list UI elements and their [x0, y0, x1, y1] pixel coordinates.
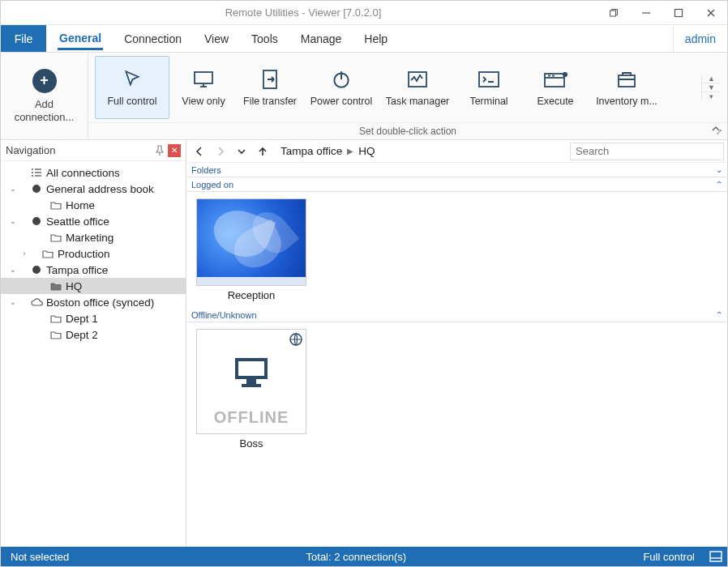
logged-on-grid: Reception [186, 192, 727, 308]
tree-production[interactable]: › Production [1, 245, 186, 262]
tree-label: Production [58, 248, 110, 260]
tree-tampa-office[interactable]: ⌄ Tampa office [1, 262, 186, 278]
add-connection-label: Add connection... [4, 98, 84, 123]
tree-dept1[interactable]: Dept 1 [1, 310, 186, 326]
close-button[interactable] [695, 1, 727, 25]
breadcrumb-seg[interactable]: HQ [358, 145, 375, 157]
section-folders[interactable]: Folders ⌄ [186, 163, 727, 177]
ribbon-scroll-down[interactable]: ▼ [702, 83, 721, 92]
connection-thumbnail: OFFLINE [196, 329, 306, 434]
tree-dept2[interactable]: Dept 2 [1, 326, 186, 343]
status-panel-button[interactable] [704, 551, 727, 562]
tab-general[interactable]: General [58, 27, 103, 50]
chevron-down-icon[interactable]: ⌄ [7, 217, 19, 225]
nav-up-button[interactable] [253, 143, 272, 160]
chevron-up-icon: ⌃ [716, 180, 722, 189]
title-bar: Remote Utilities - Viewer [7.0.2.0] [1, 1, 727, 25]
add-connection-button[interactable]: + Add connection... [1, 53, 88, 139]
tree-seattle-office[interactable]: ⌄ Seattle office [1, 213, 186, 229]
chevron-up-icon: ⌃ [716, 310, 722, 319]
tree-label: General address book [46, 183, 154, 195]
tree-boston-office[interactable]: ⌄ Boston office (synced) [1, 294, 186, 310]
ribbon-scroll-up[interactable]: ▲ [702, 75, 721, 83]
tool-full-control[interactable]: Full control [95, 56, 169, 119]
tool-power-control[interactable]: Power control [304, 56, 379, 119]
panel-close-button[interactable]: ✕ [168, 144, 181, 157]
tab-view[interactable]: View [203, 28, 230, 50]
svg-rect-0 [610, 11, 616, 16]
section-offline[interactable]: Offline/Unknown ⌃ [186, 308, 727, 322]
navigation-title: Navigation [6, 144, 153, 156]
ribbon: + Add connection... Full control View on… [1, 53, 727, 140]
nav-forward-button[interactable] [211, 143, 230, 160]
breadcrumb-path[interactable]: Tampa office ▶ HQ [274, 145, 568, 157]
chevron-right-icon: ▶ [347, 147, 353, 156]
svg-rect-2 [675, 9, 683, 16]
tree-all-connections[interactable]: All connections [1, 164, 186, 181]
breadcrumb-seg[interactable]: Tampa office [280, 145, 342, 157]
minimize-button[interactable] [630, 1, 662, 25]
tool-label: Power control [310, 96, 372, 107]
tab-manage[interactable]: Manage [299, 28, 344, 50]
tool-task-manager[interactable]: Task manager [380, 56, 455, 119]
desktop-preview [197, 199, 306, 285]
section-label: Logged on [191, 180, 233, 190]
tab-connection[interactable]: Connection [122, 28, 183, 50]
ribbon-tools: Full control View only File transfer Pow… [88, 53, 727, 122]
tree-label: Boston office (synced) [46, 296, 154, 309]
ribbon-group-caption: Set double-click action ⤢ [88, 122, 727, 139]
ribbon-main: Full control View only File transfer Pow… [88, 53, 727, 139]
main-body: Navigation ✕ All connections ⌄ General a… [1, 140, 727, 547]
connection-tile-reception[interactable]: Reception [195, 198, 308, 301]
connection-label: Boss [240, 437, 263, 450]
navigation-tree: All connections ⌄ General address book H… [1, 161, 186, 547]
section-logged-on[interactable]: Logged on ⌃ [186, 177, 727, 192]
ribbon-collapse-button[interactable] [708, 122, 724, 135]
tab-help[interactable]: Help [362, 28, 389, 50]
tool-label: Task manager [386, 96, 450, 107]
chevron-down-icon[interactable]: ⌄ [7, 298, 19, 306]
tool-execute[interactable]: Execute [523, 56, 588, 119]
connection-tile-boss[interactable]: OFFLINE Boss [195, 329, 308, 450]
search-input[interactable] [570, 143, 724, 160]
tree-marketing[interactable]: Marketing [1, 229, 186, 245]
tree-hq[interactable]: HQ [1, 278, 186, 294]
pin-icon[interactable] [153, 144, 166, 157]
tool-label: Inventory m... [596, 96, 657, 107]
tree-label: Dept 1 [66, 313, 98, 325]
offline-label: OFFLINE [214, 408, 289, 427]
chevron-down-icon[interactable]: ⌄ [7, 266, 19, 274]
tree-label: Tampa office [46, 264, 108, 276]
user-label[interactable]: admin [673, 25, 727, 52]
navigation-header: Navigation ✕ [1, 140, 186, 161]
tool-terminal[interactable]: Terminal [456, 56, 521, 119]
restore-window-icon[interactable] [597, 1, 630, 25]
folder-icon [49, 313, 62, 324]
chevron-down-icon[interactable]: ⌄ [7, 185, 19, 193]
svg-rect-32 [242, 384, 261, 387]
connection-label: Reception [228, 289, 276, 301]
maximize-button[interactable] [662, 1, 695, 25]
svg-rect-30 [238, 361, 264, 376]
dot-icon [30, 215, 43, 227]
tree-label: HQ [66, 280, 82, 292]
tool-label: File transfer [243, 96, 297, 107]
list-icon [30, 167, 43, 178]
nav-history-button[interactable] [232, 143, 251, 160]
tab-tools[interactable]: Tools [250, 28, 280, 50]
folder-icon [49, 329, 62, 340]
content-area: Tampa office ▶ HQ Folders ⌄ Logged on ⌃ [186, 140, 727, 547]
status-bar: Not selected Total: 2 connection(s) Full… [1, 547, 727, 566]
connection-thumbnail [196, 198, 306, 286]
tool-file-transfer[interactable]: File transfer [238, 56, 302, 119]
tree-home[interactable]: Home [1, 197, 186, 213]
cloud-icon [30, 296, 43, 308]
window-title: Remote Utilities - Viewer [7.0.2.0] [9, 6, 597, 19]
tool-inventory-manager[interactable]: Inventory m... [589, 56, 664, 119]
nav-back-button[interactable] [190, 143, 209, 160]
chevron-right-icon[interactable]: › [19, 249, 30, 258]
menu-file[interactable]: File [1, 25, 46, 52]
ribbon-scroll-more[interactable]: ▾ [702, 92, 721, 100]
tree-general-address-book[interactable]: ⌄ General address book [1, 181, 186, 197]
tool-view-only[interactable]: View only [171, 56, 236, 119]
